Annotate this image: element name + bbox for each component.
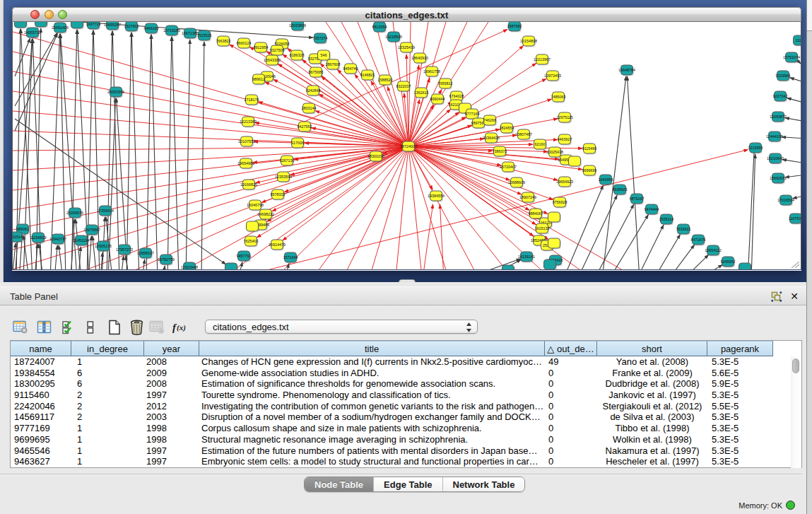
column-header-outde[interactable]: △ out_de…	[545, 341, 597, 356]
cell-outde[interactable]: 0	[545, 411, 597, 423]
cell-indegree[interactable]: 1	[71, 423, 144, 434]
table-source-dropdown[interactable]: citations_edges.txt	[205, 320, 478, 334]
graph-edge[interactable]	[35, 244, 37, 270]
tab-network-table[interactable]: Network Table	[443, 477, 525, 491]
cell-year[interactable]: 1998	[144, 434, 199, 445]
close-panel-icon[interactable]: ✕	[789, 291, 799, 302]
cell-outde[interactable]: 0	[545, 378, 597, 390]
cell-year[interactable]: 1998	[144, 423, 199, 434]
cell-year[interactable]: 2008	[144, 356, 199, 368]
graph-edge[interactable]	[12, 243, 16, 270]
graph-edge[interactable]	[172, 37, 179, 270]
cell-indegree[interactable]: 2	[71, 411, 144, 423]
graph-edge[interactable]	[15, 33, 57, 131]
tab-edge-table[interactable]: Edge Table	[374, 477, 442, 491]
cell-indegree[interactable]: 1	[71, 434, 144, 445]
graph-edge[interactable]	[782, 137, 801, 139]
zoom-window-button[interactable]	[58, 10, 67, 19]
graph-edge[interactable]	[408, 22, 428, 146]
graph-edge[interactable]	[272, 146, 408, 211]
graph-edge[interactable]	[59, 245, 63, 270]
graph-edge[interactable]	[54, 245, 57, 270]
graph-edge[interactable]	[126, 256, 130, 270]
cell-year[interactable]: 2009	[144, 368, 199, 379]
cell-name[interactable]: 9699695	[11, 434, 71, 445]
graph-edge[interactable]	[637, 225, 664, 270]
network-window-titlebar[interactable]: citations_edges.txt	[12, 7, 801, 22]
delete-column-icon[interactable]	[127, 318, 146, 337]
cell-short[interactable]: Jankovic et al. (1997)	[597, 390, 707, 401]
cell-name[interactable]: 9115460	[11, 390, 71, 401]
graph-node[interactable]	[544, 259, 556, 269]
cell-name[interactable]: 19384554	[11, 368, 71, 379]
table-row[interactable]: 1938455462009Genome-wide association stu…	[11, 368, 792, 379]
cell-title[interactable]: Estimation of significance thresholds fo…	[199, 378, 545, 390]
cell-year[interactable]: 2012	[144, 401, 199, 412]
graph-edge[interactable]	[163, 266, 165, 270]
graph-edge[interactable]	[126, 33, 131, 270]
graph-edge[interactable]	[146, 35, 151, 270]
graph-node[interactable]	[15, 22, 27, 28]
graph-edge[interactable]	[787, 98, 801, 103]
cell-name[interactable]: 14569117	[11, 411, 71, 423]
table-row[interactable]: 969969511998Structural magnetic resonanc…	[11, 434, 792, 445]
cell-name[interactable]: 22420046	[11, 401, 71, 412]
graph-edge[interactable]	[785, 118, 801, 122]
column-header-title[interactable]: title	[199, 341, 545, 356]
graph-edge[interactable]	[669, 245, 695, 270]
graph-node[interactable]	[502, 265, 514, 270]
graph-edge[interactable]	[782, 160, 801, 163]
float-panel-icon[interactable]	[771, 291, 782, 302]
cell-short[interactable]: Yano et al. (2008)	[597, 356, 707, 368]
select-columns-icon[interactable]	[35, 318, 54, 337]
graph-edge[interactable]	[628, 76, 640, 270]
resize-grip-icon[interactable]	[789, 259, 799, 268]
citation-graph[interactable]: 1405571220691406193771910655287152760264…	[12, 22, 801, 270]
graph-edge[interactable]	[186, 40, 190, 270]
cell-pagerank[interactable]: 5.3E-5	[707, 390, 773, 401]
cell-indegree[interactable]: 1	[71, 456, 144, 467]
cell-pagerank[interactable]: 5.5E-5	[707, 401, 773, 412]
table-row[interactable]: 946554611997Estimation of the future num…	[11, 445, 792, 457]
cell-pagerank[interactable]: 5.3E-5	[707, 434, 773, 445]
cell-short[interactable]: Wolkin et al. (1998)	[597, 434, 707, 445]
table-row[interactable]: 1830029562008Estimation of significance …	[11, 378, 792, 390]
cell-short[interactable]: Nakamura et al. (1997)	[597, 445, 707, 457]
graph-node[interactable]	[548, 238, 560, 248]
graph-edge[interactable]	[396, 146, 408, 270]
graph-edge[interactable]	[654, 235, 680, 270]
graph-edge[interactable]	[93, 236, 97, 270]
cell-outde[interactable]: 0	[545, 423, 597, 434]
cell-outde[interactable]: 0	[545, 401, 597, 412]
graph-edge[interactable]	[121, 256, 124, 270]
cell-name[interactable]: 9465546	[11, 445, 71, 457]
graph-node[interactable]	[225, 263, 237, 270]
cell-title[interactable]: Estimation of the future numbers of pati…	[199, 445, 545, 457]
new-column-icon[interactable]	[105, 318, 124, 337]
close-window-button[interactable]	[30, 10, 40, 19]
table-row[interactable]: 2242004622012Investigating the contribut…	[11, 401, 792, 412]
cell-indegree[interactable]: 2	[71, 390, 144, 401]
column-header-short[interactable]: short	[597, 341, 707, 356]
cell-pagerank[interactable]: 5.9E-5	[707, 378, 773, 390]
graph-edge[interactable]	[609, 215, 648, 270]
graph-edge[interactable]	[13, 91, 408, 146]
table-settings-icon[interactable]	[11, 318, 30, 337]
row-height-icon[interactable]	[81, 318, 100, 337]
graph-edge[interactable]	[283, 146, 408, 240]
cell-year[interactable]: 2008	[144, 378, 199, 390]
graph-edge[interactable]	[184, 146, 408, 270]
cell-year[interactable]: 1997	[144, 445, 199, 457]
cell-year[interactable]: 1997	[144, 456, 199, 467]
select-rows-icon[interactable]	[59, 318, 78, 337]
graph-edge[interactable]	[408, 146, 553, 200]
cell-indegree[interactable]: 6	[71, 368, 144, 379]
cell-outde[interactable]: 0	[545, 368, 597, 379]
cell-name[interactable]: 9777169	[11, 423, 71, 434]
column-header-name[interactable]: name	[11, 341, 71, 356]
cell-title[interactable]: Corpus callosum shape and size in male p…	[199, 423, 545, 434]
graph-edge[interactable]	[408, 100, 420, 146]
cell-pagerank[interactable]: 5.3E-5	[707, 456, 773, 467]
table-row[interactable]: 977716911998Corpus callosum shape and si…	[11, 423, 792, 434]
cell-name[interactable]: 18300295	[11, 378, 71, 390]
